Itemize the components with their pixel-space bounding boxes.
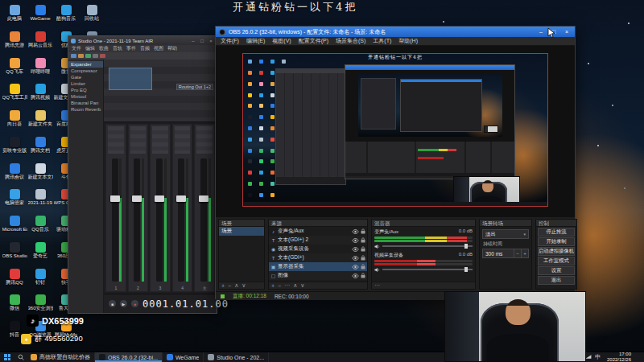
obs-menu-item[interactable]: 工具(T) [373, 37, 391, 45]
effect-list-item[interactable]: Limiter [68, 80, 103, 87]
slider-track[interactable] [382, 245, 473, 247]
desktop-icon[interactable]: 爱奇艺 [27, 242, 53, 269]
lock-icon[interactable] [361, 228, 365, 234]
desktop-icon[interactable]: 剪映专业版 [2, 137, 27, 163]
studio-one-arrangement[interactable]: Routing Out 1+2 [104, 60, 217, 122]
studio-one-menu-item[interactable]: 歌曲 [99, 45, 109, 52]
obs-preview-area[interactable]: 开通钻粉钻一以下4把 [216, 46, 575, 217]
toolbar-tool-icon[interactable] [85, 54, 91, 58]
desktop-icon[interactable]: 酷狗音乐 [53, 5, 79, 31]
taskbar-app-button[interactable]: 高德联盟自动比价器 [27, 352, 95, 362]
desktop-icon[interactable]: 腾讯QQ [2, 269, 27, 295]
remove-scene-icon[interactable]: − [228, 283, 231, 289]
maximize-icon[interactable]: □ [199, 39, 205, 43]
desktop-icon[interactable]: WeGame [27, 5, 53, 31]
search-button[interactable] [14, 352, 27, 362]
console-channel-strip[interactable]: 3 [150, 124, 171, 292]
toolbar-tool-icon[interactable] [93, 54, 98, 58]
move-source-down-icon[interactable]: ∨ [300, 282, 304, 289]
source-list-item[interactable]: ▣ 显示器采集 [269, 262, 367, 271]
channel-fader[interactable] [134, 158, 140, 282]
visibility-eye-icon[interactable] [352, 274, 359, 278]
visibility-eye-icon[interactable] [352, 247, 359, 252]
slider-knob[interactable] [464, 267, 468, 272]
obs-control-button[interactable]: 停止推流 [538, 228, 575, 237]
obs-control-button[interactable]: 开始录制 [538, 237, 575, 246]
clock[interactable]: 17:00 2022/12/26 [604, 352, 634, 362]
network-icon[interactable] [585, 354, 592, 360]
desktop-icon[interactable]: OBS Studio [2, 242, 27, 269]
play-button[interactable]: ▶ [120, 300, 127, 307]
desktop-icon[interactable]: 新建文件夹 [27, 110, 53, 137]
studio-one-window[interactable]: Studio One - 2021-11-19 Team AIR – □ × 文… [68, 35, 217, 314]
source-list-item[interactable]: T 文本(GDI+) [269, 253, 367, 262]
studio-one-menu-item[interactable]: 音轨 [113, 45, 122, 52]
lock-icon[interactable] [361, 246, 365, 252]
channel-fader[interactable] [112, 158, 118, 282]
desktop-icon[interactable]: 向日葵 [2, 110, 27, 137]
effect-list-item[interactable]: Gate [68, 74, 103, 80]
console-channel-strip[interactable]: 4 [172, 124, 193, 292]
desktop-icon[interactable]: 电脑管家 [2, 189, 27, 216]
preview-display-capture[interactable]: 开通钻粉钻一以下4把 [243, 54, 547, 206]
minimize-icon[interactable]: – [190, 39, 196, 43]
studio-one-menu-item[interactable]: 视图 [154, 45, 163, 52]
scenes-list[interactable]: 场景 [219, 227, 264, 282]
speaker-icon[interactable] [374, 267, 380, 273]
console-channel-strip[interactable]: 主 [194, 124, 215, 292]
desktop-icon[interactable]: 微信 [2, 294, 27, 321]
source-list-item[interactable]: ▢ 图像 [269, 271, 367, 280]
lock-icon[interactable] [361, 255, 365, 261]
effect-list-item[interactable]: Binaural Pan [68, 100, 103, 106]
channel-fader[interactable] [178, 158, 184, 282]
desktop-icon[interactable]: 回收站 [79, 5, 105, 31]
taskbar-app-button[interactable]: OBS 26.0.2 (32-bi... [95, 352, 163, 362]
studio-one-menu-item[interactable]: 编辑 [85, 45, 95, 52]
obs-menu-item[interactable]: 帮助(H) [398, 37, 418, 45]
effect-list-item[interactable]: Compressor [68, 68, 103, 74]
stop-button[interactable]: ■ [109, 300, 116, 307]
close-icon[interactable]: × [208, 39, 214, 43]
desktop-icon[interactable]: 此电脑 [2, 5, 27, 31]
start-button[interactable] [0, 352, 14, 362]
obs-control-button[interactable]: 工作室模式 [538, 257, 575, 265]
obs-window[interactable]: OBS 26.0.2 (32-bit, windows) - 配置文件: 未命名… [215, 26, 576, 299]
move-scene-up-icon[interactable]: ∧ [234, 282, 238, 289]
studio-one-menu-item[interactable]: 音频 [140, 45, 150, 52]
transition-select[interactable]: 淡出 ▾ [482, 229, 529, 239]
channel-fader[interactable] [156, 158, 163, 282]
effect-list-item[interactable]: Mixtool [68, 93, 103, 100]
desktop-icon[interactable]: 钉钉 [27, 269, 53, 295]
visibility-eye-icon[interactable] [352, 256, 359, 261]
slider-track[interactable] [382, 269, 473, 270]
move-source-up-icon[interactable]: ∧ [293, 282, 297, 289]
studio-one-menu-item[interactable]: 事件 [126, 45, 136, 52]
obs-control-button[interactable]: 设置 [538, 266, 575, 275]
console-channel-strip[interactable]: 2 [128, 124, 149, 292]
source-list-item[interactable]: ◉ 视频采集设备 [269, 245, 367, 253]
close-icon[interactable]: × [562, 27, 572, 37]
toolbar-tool-icon[interactable] [71, 54, 76, 58]
obs-menu-item[interactable]: 视图(V) [272, 37, 291, 45]
effect-list-item[interactable]: Room Reverb [68, 106, 103, 113]
taskbar-app-button[interactable]: WeGame [163, 352, 204, 362]
scene-list-item[interactable]: 场景 [219, 227, 264, 236]
speaker-icon[interactable] [374, 244, 380, 249]
obs-titlebar[interactable]: OBS 26.0.2 (32-bit, windows) - 配置文件: 未命名… [216, 27, 575, 37]
sources-list[interactable]: ♪ 变声兔/Aux T 文本(GDI+) 2 [269, 227, 367, 282]
desktop-icon[interactable]: 网易云音乐 [27, 31, 53, 58]
volume-slider[interactable] [374, 243, 473, 249]
obs-control-button[interactable]: 启动虚拟摄像机 [538, 247, 575, 256]
studio-one-toolbar[interactable] [68, 52, 217, 60]
record-button[interactable]: ● [131, 300, 138, 307]
source-list-item[interactable]: ♪ 变声兔/Aux [269, 227, 367, 236]
source-list-item[interactable]: T 文本(GDI+) 2 [269, 236, 367, 245]
desktop-icon[interactable]: 腾讯视频 [27, 84, 53, 110]
desktop-icon[interactable]: QQ飞车 [2, 58, 27, 84]
effect-list-item[interactable]: Expander [68, 61, 103, 68]
obs-menu-item[interactable]: 场景集合(S) [336, 37, 365, 45]
minimize-icon[interactable]: – [536, 27, 546, 37]
desktop-icon[interactable]: Microsoft Edge [2, 216, 27, 242]
effect-list-item[interactable]: Pro EQ [68, 87, 103, 93]
source-properties-icon[interactable]: ⋯ [284, 282, 290, 289]
